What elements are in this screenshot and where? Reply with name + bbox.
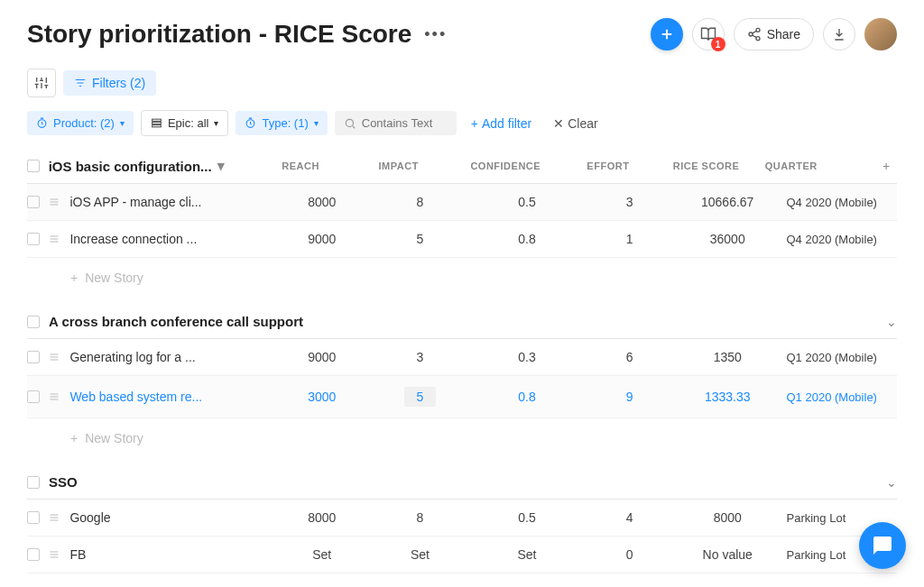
checkbox[interactable]: [27, 548, 40, 561]
notification-badge: 1: [711, 37, 725, 51]
table-row[interactable]: iOS APP - manage cli... 8000 8 0.5 3 106…: [27, 184, 897, 221]
cell-rice[interactable]: 10666.67: [674, 195, 781, 209]
cell-effort[interactable]: 9: [585, 390, 674, 404]
cell-effort[interactable]: 3: [585, 195, 674, 209]
cell-rice[interactable]: 36000: [674, 232, 781, 246]
chevron-down-icon: ▾: [214, 118, 218, 128]
story-name[interactable]: Increase connection ...: [69, 232, 273, 246]
add-button[interactable]: [651, 18, 683, 50]
cell-quarter[interactable]: Q4 2020 (Mobile): [781, 233, 898, 246]
story-name[interactable]: Google: [69, 510, 273, 525]
drag-handle-icon[interactable]: [49, 549, 70, 560]
col-impact[interactable]: IMPACT: [349, 161, 448, 171]
more-menu-icon[interactable]: •••: [424, 25, 447, 44]
search-input[interactable]: [362, 116, 448, 130]
cell-quarter[interactable]: Q4 2020 (Mobile): [781, 196, 898, 209]
cell-reach[interactable]: 3000: [273, 390, 371, 404]
filters-label: Filters (2): [92, 76, 145, 90]
cell-reach[interactable]: Set: [273, 547, 371, 562]
download-button[interactable]: [823, 18, 855, 50]
clear-button[interactable]: ✕ Clear: [546, 116, 605, 131]
cell-confidence[interactable]: 0.5: [469, 195, 585, 209]
cell-impact[interactable]: 8: [371, 510, 469, 525]
filter-type[interactable]: Type: (1) ▾: [236, 111, 327, 135]
drag-handle-icon[interactable]: [49, 197, 70, 207]
new-story-button[interactable]: +New Story: [27, 258, 897, 301]
checkbox[interactable]: [27, 160, 40, 172]
cell-reach[interactable]: 8000: [273, 195, 371, 209]
download-icon: [832, 27, 846, 41]
checkbox[interactable]: [27, 351, 40, 363]
cell-confidence[interactable]: 0.5: [469, 510, 585, 525]
checkbox[interactable]: [27, 476, 40, 489]
cell-effort[interactable]: 4: [585, 510, 674, 525]
cell-impact[interactable]: 3: [371, 350, 469, 364]
cell-confidence[interactable]: 0.8: [469, 390, 585, 404]
filter-product[interactable]: Product: (2) ▾: [27, 111, 134, 135]
drag-handle-icon[interactable]: [49, 352, 70, 362]
table-row[interactable]: Google 8000 8 0.5 4 8000 Parking Lot: [27, 500, 897, 537]
timer-icon: [36, 117, 48, 129]
cell-confidence[interactable]: Set: [469, 547, 585, 562]
avatar[interactable]: [864, 18, 897, 50]
table-row[interactable]: Generating log for a ... 9000 3 0.3 6 13…: [27, 339, 897, 376]
cell-rice[interactable]: 1350: [674, 350, 781, 364]
checkbox[interactable]: [27, 233, 40, 245]
cell-impact[interactable]: 5: [371, 232, 469, 246]
story-name[interactable]: Generating log for a ...: [69, 350, 273, 364]
cell-rice[interactable]: 8000: [674, 510, 781, 525]
drag-handle-icon[interactable]: [49, 391, 70, 402]
chat-button[interactable]: [859, 522, 906, 569]
cell-quarter[interactable]: Q1 2020 (Mobile): [781, 390, 898, 404]
cell-impact[interactable]: Set: [371, 547, 469, 562]
svg-point-1: [749, 32, 753, 36]
cell-reach[interactable]: 9000: [273, 232, 371, 246]
col-effort[interactable]: EFFORT: [563, 161, 652, 171]
story-name[interactable]: FB: [69, 547, 273, 562]
chevron-down-icon[interactable]: ⌄: [886, 475, 897, 490]
chevron-down-icon: ▾: [120, 118, 125, 128]
table-row[interactable]: Increase connection ... 9000 5 0.8 1 360…: [27, 221, 897, 258]
group-title[interactable]: SSO: [49, 474, 78, 490]
library-button[interactable]: 1: [692, 18, 725, 50]
drag-handle-icon[interactable]: [49, 234, 70, 244]
story-name[interactable]: Web based system re...: [69, 390, 273, 404]
checkbox[interactable]: [27, 390, 40, 403]
new-story-button[interactable]: +New Story: [27, 418, 897, 462]
cell-effort[interactable]: 6: [585, 350, 674, 364]
group-title[interactable]: A cross branch conference call support: [49, 314, 303, 329]
cell-impact[interactable]: 8: [371, 195, 469, 209]
table-row[interactable]: Web based system re... 3000 5 0.8 9 1333…: [27, 376, 897, 418]
cell-quarter[interactable]: Q1 2020 (Mobile): [781, 351, 898, 364]
col-quarter[interactable]: QUARTER: [760, 161, 876, 171]
checkbox[interactable]: [27, 511, 40, 524]
share-label: Share: [767, 27, 800, 41]
cell-rice[interactable]: No value: [674, 547, 781, 562]
checkbox[interactable]: [27, 316, 40, 328]
col-reach[interactable]: REACH: [252, 161, 350, 171]
cell-reach[interactable]: 9000: [273, 350, 371, 364]
cell-confidence[interactable]: 0.3: [469, 350, 585, 364]
checkbox[interactable]: [27, 196, 40, 208]
cell-impact[interactable]: 5: [371, 387, 469, 407]
cell-confidence[interactable]: 0.8: [469, 232, 585, 246]
table-row[interactable]: FB Set Set Set 0 No value Parking Lot: [27, 537, 897, 573]
filter-epic[interactable]: Epic: all ▾: [141, 110, 229, 136]
add-filter-button[interactable]: + Add filter: [464, 116, 539, 131]
cell-effort[interactable]: 0: [585, 547, 674, 562]
cell-rice[interactable]: 1333.33: [674, 390, 781, 404]
filters-button[interactable]: Filters (2): [63, 70, 156, 96]
cell-reach[interactable]: 8000: [273, 510, 371, 525]
col-rice[interactable]: RICE SCORE: [652, 161, 760, 171]
cell-effort[interactable]: 1: [585, 232, 674, 246]
search-input-wrapper[interactable]: [335, 111, 457, 135]
share-button[interactable]: Share: [734, 18, 814, 50]
drag-handle-icon[interactable]: [49, 512, 70, 523]
settings-toggle-button[interactable]: [27, 69, 56, 97]
chevron-down-icon[interactable]: ⌄: [886, 315, 897, 329]
col-confidence[interactable]: CONFIDENCE: [448, 161, 563, 171]
chevron-down-icon[interactable]: ▾: [217, 158, 225, 174]
group-title[interactable]: iOS basic configuration...▾: [49, 158, 252, 174]
story-name[interactable]: iOS APP - manage cli...: [69, 195, 273, 209]
add-column-button[interactable]: +: [875, 159, 897, 173]
